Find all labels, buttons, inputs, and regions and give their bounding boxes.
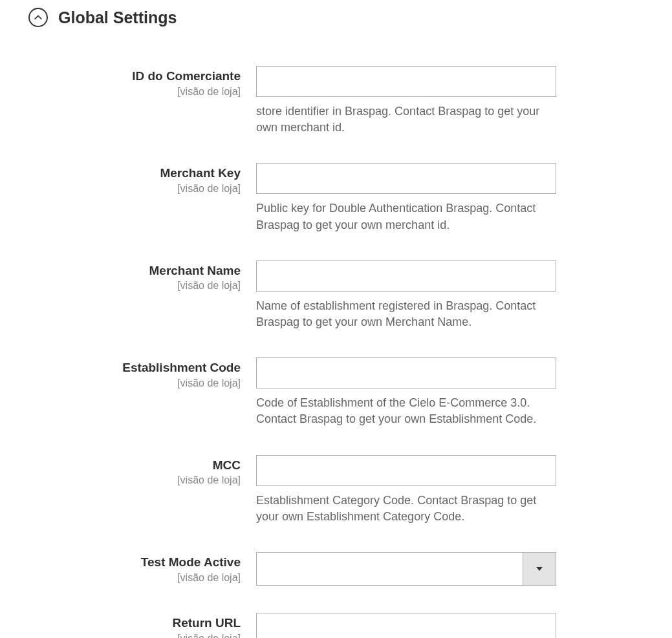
label-col: Return URL [visão de loja] [28,613,256,638]
input-col: store identifier in Braspag. Contact Bra… [256,66,556,136]
return-url-input[interactable] [256,613,556,638]
label-col: Test Mode Active [visão de loja] [28,552,256,584]
input-col [256,613,556,638]
section-title: Global Settings [58,8,177,27]
field-scope: [visão de loja] [28,86,241,98]
merchant-id-input[interactable] [256,66,556,97]
help-text: Establishment Category Code. Contact Bra… [256,493,556,525]
section-header[interactable]: Global Settings [0,8,672,27]
field-label: ID do Comerciante [28,69,241,85]
field-label: Test Mode Active [28,555,241,571]
field-scope: [visão de loja] [28,377,241,389]
merchant-name-input[interactable] [256,261,556,292]
input-col [256,552,556,586]
help-text: Name of establishment registered in Bras… [256,298,556,330]
field-label: Merchant Key [28,165,241,182]
select-wrapper [256,552,556,586]
field-row-test-mode: Test Mode Active [visão de loja] [0,552,672,586]
field-label: Merchant Name [28,263,241,279]
field-scope: [visão de loja] [28,474,241,486]
establishment-code-input[interactable] [256,357,556,388]
input-col: Code of Establishment of the Cielo E-Com… [256,357,556,427]
field-label: Return URL [28,615,241,632]
field-row-merchant-name: Merchant Name [visão de loja] Name of es… [0,261,672,330]
label-col: ID do Comerciante [visão de loja] [28,66,256,98]
test-mode-select[interactable] [256,552,556,586]
field-scope: [visão de loja] [28,183,241,195]
field-row-merchant-key: Merchant Key [visão de loja] Public key … [0,163,672,233]
field-row-mcc: MCC [visão de loja] Establishment Catego… [0,455,672,525]
label-col: Merchant Key [visão de loja] [28,163,256,195]
help-text: Code of Establishment of the Cielo E-Com… [256,395,556,427]
input-col: Name of establishment registered in Bras… [256,261,556,330]
field-scope: [visão de loja] [28,280,241,292]
field-row-establishment-code: Establishment Code [visão de loja] Code … [0,357,672,427]
label-col: MCC [visão de loja] [28,455,256,487]
field-scope: [visão de loja] [28,633,241,638]
merchant-key-input[interactable] [256,163,556,194]
help-text: store identifier in Braspag. Contact Bra… [256,103,556,136]
input-col: Public key for Double Authentication Bra… [256,163,556,233]
label-col: Establishment Code [visão de loja] [28,357,256,389]
input-col: Establishment Category Code. Contact Bra… [256,455,556,525]
help-text: Public key for Double Authentication Bra… [256,200,556,233]
label-col: Merchant Name [visão de loja] [28,261,256,292]
mcc-input[interactable] [256,455,556,486]
field-scope: [visão de loja] [28,572,241,584]
field-row-merchant-id: ID do Comerciante [visão de loja] store … [0,66,672,136]
field-row-return-url: Return URL [visão de loja] [0,613,672,638]
field-label: MCC [28,458,241,474]
chevron-up-icon [28,8,48,27]
field-label: Establishment Code [28,360,241,376]
